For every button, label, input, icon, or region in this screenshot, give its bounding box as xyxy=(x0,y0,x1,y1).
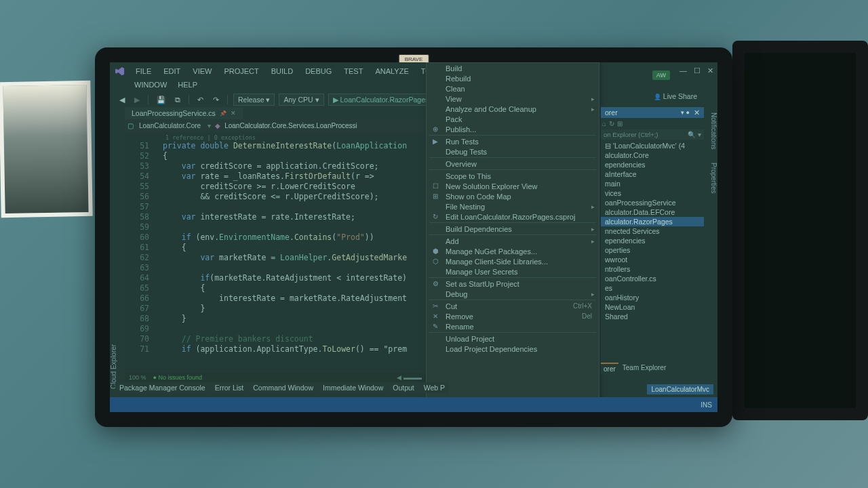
notifications-tab[interactable]: Notifications xyxy=(705,113,717,149)
cmd-tab[interactable]: Command Window xyxy=(249,382,317,393)
nav-member-dropdown[interactable]: LoanCalculator.Core.Services.LoanProcess… xyxy=(222,121,360,130)
tree-node[interactable]: ntrollers xyxy=(601,264,704,274)
tree-node[interactable]: alculator.RazorPages xyxy=(601,217,704,226)
tree-node[interactable]: alculator.Data.EFCore xyxy=(601,207,704,217)
scroll-indicator: ◀ ▬▬▬ xyxy=(397,374,422,381)
ctx-manage-user-secrets[interactable]: Manage User Secrets xyxy=(427,266,599,277)
webp-tab[interactable]: Web P xyxy=(420,382,449,393)
redo-button[interactable]: ↷ xyxy=(210,94,222,105)
output-tab[interactable]: Output xyxy=(389,382,418,393)
ctx-view[interactable]: View xyxy=(427,94,599,104)
home-icon[interactable]: ⌂ xyxy=(602,120,606,127)
ctx-analyze-and-code-cleanup[interactable]: Analyze and Code Cleanup xyxy=(427,104,599,114)
panel-options-icon[interactable]: ▾ ● xyxy=(681,109,690,116)
menu-test[interactable]: TEST xyxy=(338,65,368,77)
menu-project[interactable]: PROJECT xyxy=(218,65,264,77)
ctx-manage-client-side-libraries[interactable]: ⬡Manage Client-Side Libraries... xyxy=(427,256,599,266)
code-area[interactable]: private double DetermineInterestRate(Loa… xyxy=(163,141,426,354)
solution-explorer-header[interactable]: orer ▾ ● ✕ xyxy=(601,107,704,118)
ctx-new-solution-explorer-view[interactable]: ☐New Solution Explorer View xyxy=(427,181,599,191)
solution-node[interactable]: ⊟ 'LoanCalculatorMvc' (4 xyxy=(601,141,704,150)
ctx-edit-loancalculator-razorpages-csproj[interactable]: ↻Edit LoanCalculator.RazorPages.csproj xyxy=(427,211,599,222)
ctx-load-project-dependencies[interactable]: Load Project Dependencies xyxy=(427,344,599,354)
issues-indicator[interactable]: ● No issues found xyxy=(153,374,202,381)
tree-node[interactable]: operties xyxy=(601,245,704,255)
tree-node[interactable]: Shared xyxy=(601,312,704,321)
tree-node[interactable]: ependencies xyxy=(601,236,704,245)
solution-tree[interactable]: ⊟ 'LoanCalculatorMvc' (4 alculator.Coree… xyxy=(601,140,704,323)
config-dropdown[interactable]: Release ▾ xyxy=(233,94,275,106)
nav-back-button[interactable]: ◀ xyxy=(117,94,127,105)
menu-edit[interactable]: EDIT xyxy=(158,65,186,77)
nav-project-dropdown[interactable]: LoanCalculator.Core xyxy=(136,121,203,130)
tree-node[interactable]: main xyxy=(601,179,704,188)
save-all-button[interactable]: ⧉ xyxy=(172,94,183,106)
ctx-pack[interactable]: Pack xyxy=(427,114,599,124)
ctx-debug-tests[interactable]: Debug Tests xyxy=(427,146,599,157)
maximize-button[interactable]: ☐ xyxy=(694,66,701,75)
close-button[interactable]: ✕ xyxy=(707,66,713,75)
document-tab[interactable]: LoanProcessingService.cs 📌 ✕ xyxy=(125,107,243,119)
menu-build[interactable]: BUILD xyxy=(266,65,298,77)
tree-node[interactable]: ependencies xyxy=(601,160,704,169)
pin-icon[interactable]: 📌 xyxy=(220,110,226,117)
ctx-debug[interactable]: Debug xyxy=(427,289,599,299)
solution-explorer-tab[interactable]: orer xyxy=(601,363,618,374)
tree-node[interactable]: vices xyxy=(601,188,704,198)
errors-tab[interactable]: Error List xyxy=(211,382,248,393)
panel-close-icon[interactable]: ✕ xyxy=(694,108,700,117)
properties-tab[interactable]: Properties xyxy=(705,163,717,194)
ctx-set-as-startup-project[interactable]: ⚙Set as StartUp Project xyxy=(427,279,599,289)
tree-node[interactable]: NewLoan xyxy=(601,302,704,312)
tree-node[interactable]: es xyxy=(601,283,704,293)
ctx-scope-to-this[interactable]: Scope to This xyxy=(427,171,599,181)
ctx-rename[interactable]: ✎Rename xyxy=(427,321,599,331)
menu-view[interactable]: VIEW xyxy=(187,65,217,77)
menu-help[interactable]: HELP xyxy=(172,79,203,91)
ctx-show-on-code-map[interactable]: ⊞Show on Code Map xyxy=(427,191,599,201)
minimize-button[interactable]: — xyxy=(679,66,687,75)
menu-debug[interactable]: DEBUG xyxy=(300,65,337,77)
running-project-tag[interactable]: LoanCalculatorMvc xyxy=(647,384,713,394)
solution-search[interactable]: on Explorer (Ctrl+;) 🔍 ▾ xyxy=(601,129,704,140)
ctx-clean[interactable]: Clean xyxy=(427,83,599,94)
desk-photo xyxy=(0,81,93,218)
ctx-rebuild[interactable]: Rebuild xyxy=(427,73,599,83)
ctx-unload-project[interactable]: Unload Project xyxy=(427,333,599,344)
ctx-build-dependencies[interactable]: Build Dependencies xyxy=(427,224,599,234)
tree-node[interactable]: alculator.Core xyxy=(601,150,704,160)
platform-dropdown[interactable]: Any CPU ▾ xyxy=(279,94,323,106)
live-share-button[interactable]: Live Share xyxy=(654,92,697,100)
menu-file[interactable]: FILE xyxy=(130,65,157,77)
code-editor[interactable]: 5152535455565758596061626364656667686970… xyxy=(125,133,426,374)
ctx-file-nesting[interactable]: File Nesting xyxy=(427,201,599,211)
ctx-cut[interactable]: ✂CutCtrl+X xyxy=(427,301,599,311)
save-button[interactable]: 💾 xyxy=(154,94,168,106)
ctx-manage-nuget-packages[interactable]: ⬢Manage NuGet Packages... xyxy=(427,246,599,256)
team-explorer-tab[interactable]: Team Explorer xyxy=(620,363,669,374)
tree-node[interactable]: aInterface xyxy=(601,169,704,179)
ctx-remove[interactable]: ✕RemoveDel xyxy=(427,311,599,321)
startup-dropdown[interactable]: ▶ LoanCalculator.RazorPages ▾ xyxy=(328,94,440,106)
menu-window[interactable]: WINDOW xyxy=(129,79,172,91)
close-tab-icon[interactable]: ✕ xyxy=(231,110,236,117)
ctx-add[interactable]: Add xyxy=(427,236,599,246)
zoom-level[interactable]: 100 % xyxy=(129,374,146,381)
tree-node[interactable]: wwroot xyxy=(601,255,704,264)
nav-fwd-button[interactable]: ▶ xyxy=(132,94,142,105)
user-badge[interactable]: AW xyxy=(652,70,670,80)
ctx-publish[interactable]: ⊕Publish... xyxy=(427,124,599,134)
undo-button[interactable]: ↶ xyxy=(195,94,206,105)
tree-node[interactable]: nnected Services xyxy=(601,226,704,236)
ctx-run-tests[interactable]: ▶Run Tests xyxy=(427,136,599,146)
menu-analyze[interactable]: ANALYZE xyxy=(370,65,414,77)
sync-icon[interactable]: ↻ xyxy=(609,120,614,127)
ctx-overview[interactable]: Overview xyxy=(427,159,599,169)
tree-node[interactable]: oanHistory xyxy=(601,293,704,302)
tree-node[interactable]: oanProcessingService xyxy=(601,198,704,207)
imm-tab[interactable]: Immediate Window xyxy=(319,382,387,393)
ctx-build[interactable]: Build xyxy=(427,63,599,73)
pmc-tab[interactable]: Package Manager Console xyxy=(115,382,210,393)
show-all-icon[interactable]: ⊞ xyxy=(617,120,623,127)
tree-node[interactable]: oanController.cs xyxy=(601,274,704,283)
